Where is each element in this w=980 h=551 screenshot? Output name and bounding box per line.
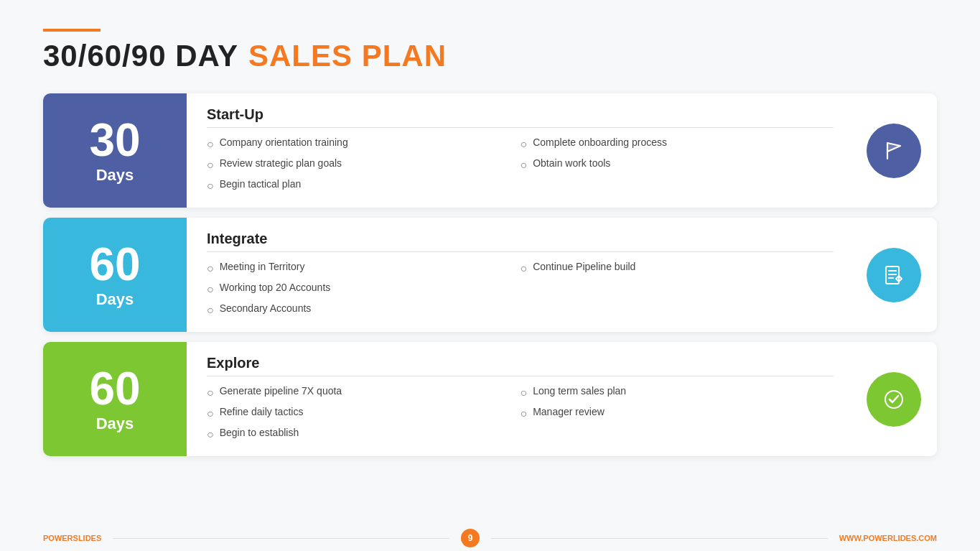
edit-icon <box>880 261 907 289</box>
list-item: ○ Continue Pipeline build <box>521 259 834 277</box>
card-divider-integrate <box>207 251 834 252</box>
list-text: Company orientation training <box>220 135 348 150</box>
edit-icon-circle <box>867 248 921 302</box>
list-text: Begin to establish <box>220 425 299 440</box>
list-text: Complete onboarding process <box>533 135 667 150</box>
card-icon-30 <box>851 93 937 208</box>
card-badge-60-explore: 60 Days <box>43 342 187 456</box>
list-text: Long term sales plan <box>533 384 626 399</box>
bullet-icon: ○ <box>521 384 528 402</box>
bullet-icon: ○ <box>521 136 528 153</box>
list-item: ○ Complete onboarding process <box>521 135 834 153</box>
list-text: Working top 20 Accounts <box>220 280 331 295</box>
card-lists-30: ○ Company orientation training ○ Review … <box>207 135 834 195</box>
list-item: ○ Review strategic plan goals <box>207 156 521 174</box>
card-icon-integrate <box>851 218 937 332</box>
card-badge-60-integrate: 60 Days <box>43 218 187 332</box>
footer-line-left <box>113 538 449 539</box>
list-item: ○ Manager review <box>521 404 834 422</box>
bullet-icon: ○ <box>207 177 214 195</box>
section-title-30: Start-Up <box>207 106 834 123</box>
list-item: ○ Begin tactical plan <box>207 177 521 195</box>
bullet-icon: ○ <box>207 426 214 443</box>
flag-icon <box>880 137 907 165</box>
list-text: Generate pipeline 7X quota <box>220 384 342 399</box>
footer-page-number: 9 <box>461 529 480 547</box>
card-content-30: Start-Up ○ Company orientation training … <box>187 93 851 208</box>
list-text: Refine daily tactics <box>220 404 304 420</box>
footer: POWERSLIDES 9 WWW.POWERLIDES.COM <box>0 525 980 551</box>
card-icon-explore <box>851 342 937 456</box>
bullet-icon: ○ <box>207 302 214 319</box>
card-list-right-30: ○ Complete onboarding process ○ Obtain w… <box>521 135 834 195</box>
section-title-explore: Explore <box>207 355 834 371</box>
card-lists-integrate: ○ Meeting in Territory ○ Working top 20 … <box>207 259 834 319</box>
bullet-icon: ○ <box>207 405 214 422</box>
list-item: ○ Long term sales plan <box>521 384 834 402</box>
bullet-icon: ○ <box>207 260 214 277</box>
badge-label-30: Days <box>96 166 134 185</box>
slide: 30/60/90 DAY SALES PLAN 30 Days Start-Up… <box>0 0 980 551</box>
list-item: ○ Refine daily tactics <box>207 404 521 422</box>
cards-container: 30 Days Start-Up ○ Company orientation t… <box>43 93 937 456</box>
bullet-icon: ○ <box>207 136 214 153</box>
badge-label-60-integrate: Days <box>96 290 134 309</box>
list-text: Review strategic plan goals <box>220 156 342 171</box>
list-text: Begin tactical plan <box>220 177 302 192</box>
footer-brand-black: POWER <box>43 534 73 542</box>
list-text: Obtain work tools <box>533 156 610 171</box>
card-content-60-integrate: Integrate ○ Meeting in Territory ○ Worki… <box>187 218 851 332</box>
badge-number-30: 30 <box>89 117 140 163</box>
list-item: ○ Meeting in Territory <box>207 259 521 277</box>
footer-url: WWW.POWERLIDES.COM <box>839 534 937 542</box>
bullet-icon: ○ <box>207 384 214 402</box>
card-list-left-30: ○ Company orientation training ○ Review … <box>207 135 521 195</box>
check-icon <box>880 386 907 413</box>
list-item: ○ Begin to establish <box>207 425 521 443</box>
flag-icon-circle <box>867 124 921 178</box>
card-divider-30 <box>207 127 834 128</box>
title-orange: SALES PLAN <box>248 39 447 73</box>
card-badge-30: 30 Days <box>43 93 187 208</box>
footer-line-right <box>491 538 828 539</box>
list-text: Secondary Accounts <box>220 301 312 316</box>
card-list-left-integrate: ○ Meeting in Territory ○ Working top 20 … <box>207 259 521 319</box>
footer-brand: POWERSLIDES <box>43 534 101 542</box>
section-title-integrate: Integrate <box>207 231 834 247</box>
badge-number-60-integrate: 60 <box>89 241 140 287</box>
card-divider-explore <box>207 376 834 376</box>
card-60-integrate: 60 Days Integrate ○ Meeting in Territory… <box>43 218 937 332</box>
bullet-icon: ○ <box>207 281 214 298</box>
list-item: ○ Working top 20 Accounts <box>207 280 521 298</box>
bullet-icon: ○ <box>521 157 528 174</box>
card-list-left-explore: ○ Generate pipeline 7X quota ○ Refine da… <box>207 384 521 443</box>
bullet-icon: ○ <box>521 405 528 422</box>
list-item: ○ Secondary Accounts <box>207 301 521 319</box>
list-item: ○ Generate pipeline 7X quota <box>207 384 521 402</box>
badge-label-60-explore: Days <box>96 415 134 433</box>
footer-brand-orange: SLIDES <box>73 534 102 542</box>
card-lists-explore: ○ Generate pipeline 7X quota ○ Refine da… <box>207 384 834 443</box>
bullet-icon: ○ <box>521 260 528 277</box>
card-list-right-explore: ○ Long term sales plan ○ Manager review <box>521 384 834 443</box>
list-item: ○ Company orientation training <box>207 135 521 153</box>
check-icon-circle <box>867 372 921 427</box>
list-item: ○ Obtain work tools <box>521 156 834 174</box>
card-content-60-explore: Explore ○ Generate pipeline 7X quota ○ R… <box>187 342 851 456</box>
bullet-icon: ○ <box>207 157 214 174</box>
card-30-days: 30 Days Start-Up ○ Company orientation t… <box>43 93 937 208</box>
list-text: Continue Pipeline build <box>533 259 635 274</box>
list-text: Meeting in Territory <box>220 259 305 274</box>
title-black: 30/60/90 DAY <box>43 39 238 73</box>
title-row: 30/60/90 DAY SALES PLAN <box>43 39 937 73</box>
list-text: Manager review <box>533 404 605 420</box>
card-60-explore: 60 Days Explore ○ Generate pipeline 7X q… <box>43 342 937 456</box>
header-accent <box>43 29 101 32</box>
card-list-right-integrate: ○ Continue Pipeline build <box>521 259 834 319</box>
badge-number-60-explore: 60 <box>89 366 140 412</box>
